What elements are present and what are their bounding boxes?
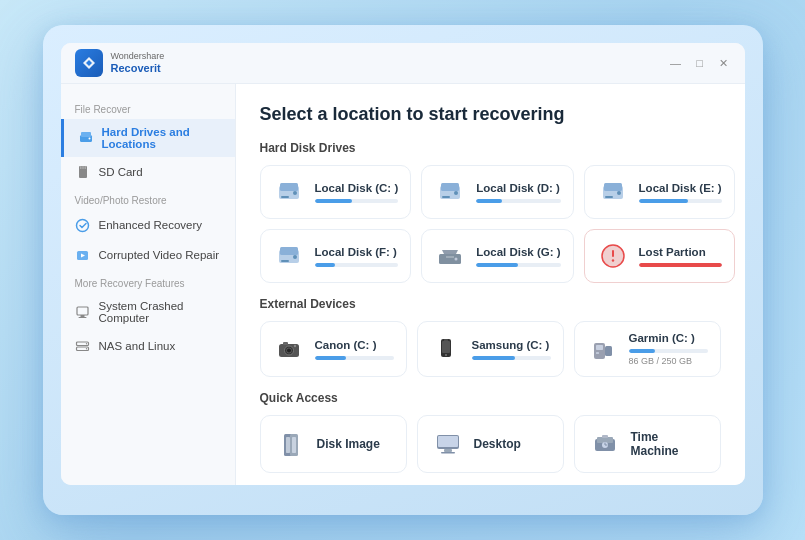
hard-drives-icon [78, 130, 94, 146]
svg-rect-6 [84, 166, 86, 169]
drive-c-name: Local Disk (C: ) [315, 182, 399, 194]
sidebar-item-hard-drives[interactable]: Hard Drives and Locations [61, 119, 235, 157]
svg-rect-60 [602, 435, 608, 438]
sidebar-section-video: Video/Photo Restore [61, 187, 235, 210]
external-card-garmin[interactable]: Garmin (C: ) 86 GB / 250 GB [574, 321, 721, 377]
external-card-samsung[interactable]: Samsung (C: ) [417, 321, 564, 377]
svg-rect-21 [441, 183, 459, 191]
local-disk-d-icon [434, 176, 466, 208]
svg-rect-57 [441, 452, 455, 454]
sidebar-item-sd-card[interactable]: SD Card [61, 157, 235, 187]
svg-point-27 [617, 191, 621, 195]
sidebar: File Recover Hard Drives and Locations [61, 84, 236, 485]
garmin-info: Garmin (C: ) 86 GB / 250 GB [629, 332, 708, 366]
svg-point-33 [455, 258, 458, 261]
samsung-bar-fill [472, 356, 515, 360]
drive-d-name: Local Disk (D: ) [476, 182, 560, 194]
svg-rect-10 [81, 315, 85, 317]
drive-card-d[interactable]: Local Disk (D: ) [421, 165, 573, 219]
svg-rect-1 [81, 132, 91, 137]
svg-point-44 [445, 354, 447, 356]
drive-c-info: Local Disk (C: ) [315, 182, 399, 203]
hdd-grid: Local Disk (C: ) [260, 165, 721, 283]
drive-c-bar-bg [315, 199, 399, 203]
content-area: Select a location to start recovering Ha… [236, 84, 745, 485]
quick-access-grid: Disk Image Desktop [260, 415, 721, 473]
svg-rect-48 [596, 345, 603, 350]
svg-point-19 [293, 191, 297, 195]
quick-card-desktop[interactable]: Desktop [417, 415, 564, 473]
enhanced-recovery-icon [75, 217, 91, 233]
drive-card-c[interactable]: Local Disk (C: ) [260, 165, 412, 219]
drive-lost-info: Lost Partion [639, 246, 722, 267]
local-disk-g-icon [434, 240, 466, 272]
section-hdd-title: Hard Disk Drives [260, 141, 721, 155]
sidebar-item-nas-label: NAS and Linux [99, 340, 176, 352]
system-crashed-icon [75, 304, 91, 320]
canon-icon [273, 333, 305, 365]
minimize-button[interactable]: — [669, 56, 683, 70]
app-brand-bottom: Recoverit [111, 62, 165, 75]
maximize-button[interactable]: □ [693, 56, 707, 70]
section-quick-title: Quick Access [260, 391, 721, 405]
sidebar-section-more: More Recovery Features [61, 270, 235, 293]
quick-card-disk-image[interactable]: Disk Image [260, 415, 407, 473]
svg-rect-55 [438, 436, 458, 447]
sidebar-item-system-crashed[interactable]: System Crashed Computer [61, 293, 235, 331]
sidebar-item-system-crashed-label: System Crashed Computer [99, 300, 221, 324]
svg-point-31 [293, 255, 297, 259]
app-branding: Wondershare Recoverit [75, 49, 165, 77]
drive-card-lost[interactable]: Lost Partion [584, 229, 735, 283]
drive-lost-bar-bg [639, 263, 722, 267]
drive-f-bar-fill [315, 263, 336, 267]
lost-partition-icon [597, 240, 629, 272]
sidebar-item-corrupted[interactable]: Corrupted Video Repair [61, 240, 235, 270]
drive-g-bar-bg [476, 263, 560, 267]
drive-g-name: Local Disk (G: ) [476, 246, 560, 258]
drive-e-name: Local Disk (E: ) [639, 182, 722, 194]
sidebar-item-enhanced[interactable]: Enhanced Recovery [61, 210, 235, 240]
svg-rect-29 [280, 247, 298, 255]
garmin-name: Garmin (C: ) [629, 332, 708, 344]
drive-f-name: Local Disk (F: ) [315, 246, 399, 258]
svg-rect-4 [80, 166, 82, 169]
drive-card-g[interactable]: Local Disk (G: ) [421, 229, 573, 283]
canon-name: Canon (C: ) [315, 339, 394, 351]
sidebar-item-corrupted-label: Corrupted Video Repair [99, 249, 220, 261]
local-disk-f-icon [273, 240, 305, 272]
svg-rect-40 [283, 342, 288, 345]
drive-f-bar-bg [315, 263, 399, 267]
page-title: Select a location to start recovering [260, 104, 721, 125]
drive-lost-name: Lost Partion [639, 246, 722, 258]
svg-point-41 [293, 345, 295, 347]
close-button[interactable]: ✕ [717, 56, 731, 70]
sidebar-item-enhanced-label: Enhanced Recovery [99, 219, 203, 231]
samsung-info: Samsung (C: ) [472, 339, 551, 360]
svg-point-39 [286, 348, 291, 353]
drive-e-info: Local Disk (E: ) [639, 182, 722, 203]
title-bar: Wondershare Recoverit — □ ✕ [61, 43, 745, 84]
svg-point-2 [88, 138, 90, 140]
sidebar-item-hard-drives-label: Hard Drives and Locations [102, 126, 221, 150]
svg-rect-18 [281, 196, 289, 198]
app-logo [75, 49, 103, 77]
svg-rect-17 [280, 183, 298, 191]
svg-point-14 [86, 343, 87, 344]
svg-point-15 [86, 348, 87, 349]
samsung-icon [430, 333, 462, 365]
svg-rect-35 [612, 250, 614, 257]
window-controls: — □ ✕ [669, 56, 731, 70]
svg-rect-47 [605, 346, 612, 356]
quick-card-time-machine[interactable]: Time Machine [574, 415, 721, 473]
nas-icon [75, 338, 91, 354]
svg-rect-11 [79, 317, 87, 318]
garmin-bar-fill [629, 349, 656, 353]
svg-rect-26 [605, 196, 613, 198]
drive-card-f[interactable]: Local Disk (F: ) [260, 229, 412, 283]
external-card-canon[interactable]: Canon (C: ) [260, 321, 407, 377]
sidebar-item-nas[interactable]: NAS and Linux [61, 331, 235, 361]
svg-rect-56 [444, 449, 452, 452]
svg-rect-25 [604, 183, 622, 191]
drive-card-e[interactable]: Local Disk (E: ) [584, 165, 735, 219]
svg-point-7 [77, 219, 89, 231]
